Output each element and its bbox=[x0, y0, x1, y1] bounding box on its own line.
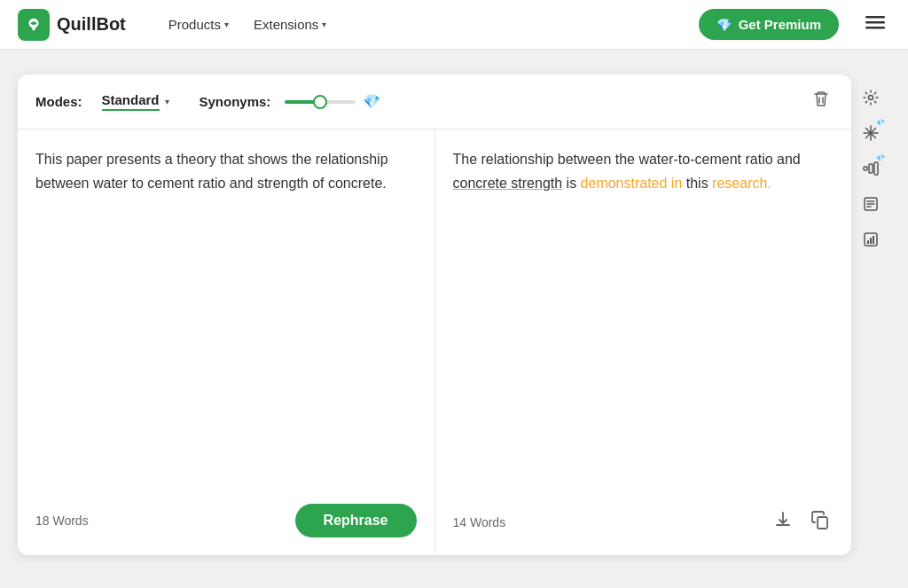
output-text-highlighted2: research. bbox=[712, 176, 771, 191]
header: QuillBot Products ▾ Extensions ▾ 💎 Get P… bbox=[0, 0, 908, 50]
svg-rect-1 bbox=[32, 26, 35, 30]
input-footer: 18 Words Rephrase bbox=[35, 493, 417, 537]
nav-extensions-arrow: ▾ bbox=[322, 20, 326, 29]
mode-selector[interactable]: Standard ▾ bbox=[93, 89, 178, 114]
logo-icon bbox=[18, 9, 50, 41]
settings-sidebar-button[interactable] bbox=[855, 82, 887, 114]
output-panel: The relationship between the water-to-ce… bbox=[435, 129, 852, 555]
main-area: Modes: Standard ▾ Synonyms: 💎 bbox=[0, 50, 908, 588]
get-premium-button[interactable]: 💎 Get Premium bbox=[699, 9, 839, 40]
delete-button[interactable] bbox=[809, 87, 834, 116]
hamburger-button[interactable] bbox=[860, 7, 890, 42]
card-toolbar: Modes: Standard ▾ Synonyms: 💎 bbox=[18, 74, 851, 129]
get-premium-label: Get Premium bbox=[739, 17, 821, 32]
output-text-middle: is bbox=[562, 176, 580, 191]
svg-rect-13 bbox=[874, 162, 878, 175]
logo-text: QuillBot bbox=[57, 14, 126, 35]
output-actions bbox=[770, 506, 834, 537]
nav-products[interactable]: Products ▾ bbox=[158, 12, 239, 37]
svg-rect-19 bbox=[867, 240, 869, 244]
svg-rect-20 bbox=[870, 238, 872, 244]
nav-extensions-label: Extensions bbox=[254, 17, 318, 32]
modes-label: Modes: bbox=[35, 94, 82, 109]
paraphraser-card: Modes: Standard ▾ Synonyms: 💎 bbox=[18, 74, 851, 555]
svg-point-6 bbox=[869, 96, 873, 100]
nav-products-label: Products bbox=[168, 17, 221, 32]
output-text-underline: concrete strength bbox=[453, 176, 563, 191]
summarize-button[interactable] bbox=[855, 188, 887, 220]
output-text-connector: this bbox=[682, 176, 712, 191]
output-word-count: 14 Words bbox=[453, 515, 506, 529]
output-text-before: The relationship between the water-to-ce… bbox=[453, 152, 801, 167]
svg-rect-12 bbox=[869, 164, 873, 173]
panels: This paper presents a theory that shows … bbox=[18, 129, 851, 555]
compare-premium-icon: 💎 bbox=[876, 154, 885, 162]
copy-button[interactable] bbox=[807, 506, 834, 537]
output-text-highlighted1: demonstrated in bbox=[581, 176, 683, 191]
input-text[interactable]: This paper presents a theory that shows … bbox=[35, 147, 417, 493]
output-text: The relationship between the water-to-ce… bbox=[453, 147, 834, 496]
rephrase-button[interactable]: Rephrase bbox=[295, 504, 417, 537]
slider-thumb[interactable] bbox=[313, 95, 327, 109]
mode-dropdown-arrow: ▾ bbox=[165, 97, 169, 106]
input-word-count: 18 Words bbox=[35, 514, 89, 528]
analytics-button[interactable] bbox=[855, 223, 887, 255]
nav-products-arrow: ▾ bbox=[224, 20, 229, 29]
svg-rect-4 bbox=[865, 27, 885, 29]
premium-diamond-icon: 💎 bbox=[716, 18, 732, 32]
input-panel: This paper presents a theory that shows … bbox=[18, 129, 435, 555]
freeze-premium-icon: 💎 bbox=[876, 119, 885, 127]
compare-premium-button[interactable]: 💎 bbox=[855, 153, 887, 184]
nav-extensions[interactable]: Extensions ▾ bbox=[243, 12, 337, 37]
synonyms-label: Synonyms: bbox=[200, 94, 271, 109]
logo[interactable]: QuillBot bbox=[18, 9, 126, 41]
svg-rect-2 bbox=[865, 16, 885, 19]
nav-links: Products ▾ Extensions ▾ bbox=[158, 12, 338, 37]
freeze-premium-button[interactable]: 💎 bbox=[855, 117, 887, 149]
output-footer: 14 Words bbox=[453, 496, 834, 537]
mode-value: Standard bbox=[102, 92, 160, 111]
synonyms-premium-icon: 💎 bbox=[363, 93, 380, 110]
svg-rect-11 bbox=[864, 167, 867, 170]
svg-rect-5 bbox=[818, 517, 827, 529]
svg-rect-3 bbox=[865, 21, 885, 24]
download-button[interactable] bbox=[770, 506, 796, 537]
right-sidebar: 💎 💎 bbox=[851, 74, 890, 263]
slider-track bbox=[285, 100, 356, 104]
svg-rect-21 bbox=[873, 236, 874, 244]
synonyms-slider[interactable]: 💎 bbox=[285, 93, 380, 110]
